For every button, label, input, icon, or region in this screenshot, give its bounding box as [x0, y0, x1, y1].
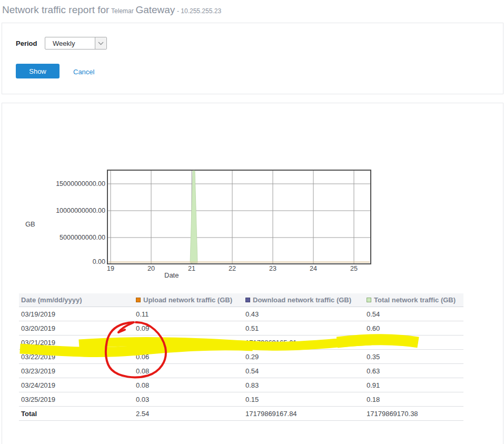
download-legend-icon: [245, 298, 250, 302]
y-tick-10e9: 10000000000.00: [26, 207, 105, 214]
col-header-upload: Upload network traffic (GB): [136, 296, 245, 304]
filter-card: [2, 23, 503, 94]
x-tick-24: 24: [305, 265, 321, 272]
table-total-row: Total 2.54 17179869167.84 17179869170.38: [19, 407, 463, 421]
traffic-table: Date (mm/dd/yyyy) Upload network traffic…: [19, 293, 463, 421]
y-axis-title: GB: [25, 220, 35, 228]
host-secondary: Telemar: [111, 7, 134, 15]
x-tick-19: 19: [103, 265, 118, 272]
period-select[interactable]: Weekly: [45, 37, 107, 50]
table-row-highlighted: 03/21/2019 2.09 17179869165.01 171798691…: [19, 336, 463, 350]
table-row: 03/24/2019 0.08 0.83 0.91: [19, 378, 463, 392]
period-label: Period: [16, 40, 37, 47]
table-header-row: Date (mm/dd/yyyy) Upload network traffic…: [19, 293, 463, 307]
x-tick-20: 20: [143, 265, 159, 272]
col-header-download: Download network traffic (GB): [245, 296, 367, 304]
x-tick-21: 21: [184, 265, 200, 272]
period-select-value: Weekly: [45, 40, 95, 47]
table-row: 03/25/2019 0.03 0.15 0.18: [19, 392, 463, 407]
y-tick-15e9: 15000000000.00: [26, 180, 105, 188]
page-title: Network traffic report for Telemar Gatew…: [2, 4, 221, 16]
x-tick-22: 22: [224, 265, 240, 272]
table-row: 03/19/2019 0.11 0.43 0.54: [19, 307, 463, 321]
table-row: 03/20/2019 0.09 0.51 0.60: [19, 321, 463, 336]
cancel-link[interactable]: Cancel: [73, 68, 94, 76]
network-traffic-report-page: { "page": { "title_prefix": "Network tra…: [0, 0, 504, 444]
col-header-date: Date (mm/dd/yyyy): [21, 296, 136, 304]
table-row: 03/23/2019 0.08 0.54 0.63: [19, 364, 463, 378]
title-prefix: Network traffic report for: [2, 4, 109, 15]
show-button[interactable]: Show: [16, 64, 60, 78]
y-tick-5e9: 5000000000.00: [26, 234, 105, 241]
host-primary: Gateway: [135, 4, 175, 15]
chevron-down-icon[interactable]: [95, 37, 106, 49]
y-tick-0: 0.00: [26, 258, 105, 265]
upload-legend-icon: [136, 298, 141, 302]
total-legend-icon: [367, 298, 371, 302]
chart-plot-border: [107, 170, 371, 264]
x-axis-title: Date: [164, 271, 179, 279]
host-address: - 10.255.255.23: [177, 7, 221, 15]
table-row: 03/22/2019 0.06 0.29 0.35: [19, 350, 463, 364]
col-header-total: Total network traffic (GB): [367, 296, 463, 304]
x-tick-25: 25: [346, 265, 362, 272]
x-tick-23: 23: [265, 265, 281, 272]
traffic-chart: [107, 170, 371, 264]
